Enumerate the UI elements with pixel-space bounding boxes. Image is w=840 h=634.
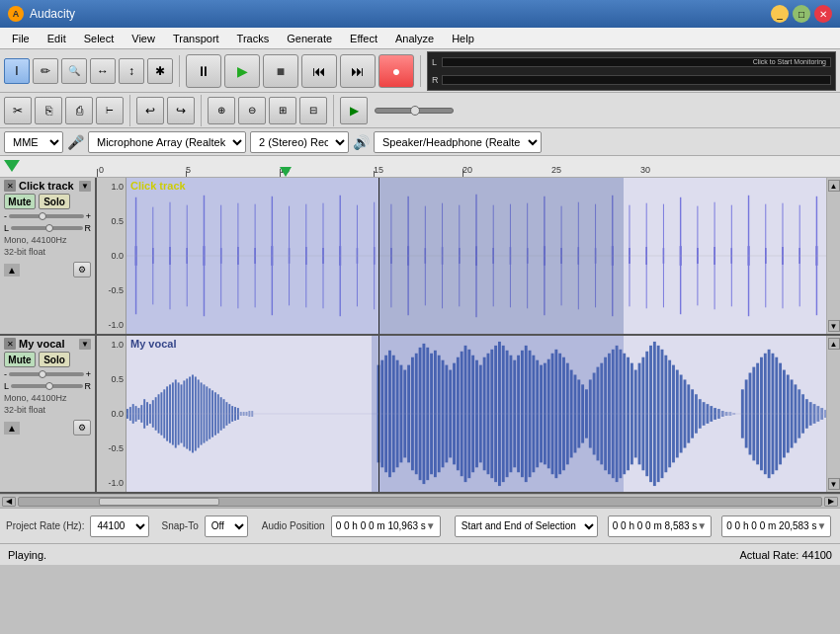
- click-track-waveform[interactable]: Click track: [126, 178, 826, 334]
- vocal-track-solo[interactable]: Solo: [39, 352, 70, 367]
- click-track-pan-knob[interactable]: [45, 224, 53, 232]
- mic-device-select[interactable]: Microphone Array (Realtek: [88, 131, 246, 153]
- selection-tool-button[interactable]: I: [4, 58, 30, 84]
- vocal-track-expand[interactable]: ▲: [4, 422, 20, 435]
- speed-slider[interactable]: [375, 108, 454, 114]
- vocal-track-settings[interactable]: ⚙: [73, 420, 91, 436]
- vu-right-bar: [442, 75, 831, 85]
- zoom-sel-button[interactable]: ⊞: [269, 97, 296, 124]
- scroll-right-button[interactable]: ▶: [824, 497, 838, 507]
- click-track-header: ✕ Click track ▼: [4, 180, 91, 192]
- menu-tracks[interactable]: Tracks: [229, 31, 278, 46]
- play-at-speed-button[interactable]: ▶: [340, 97, 368, 124]
- redo-button[interactable]: ↪: [167, 97, 195, 124]
- click-track-close[interactable]: ✕: [4, 180, 16, 192]
- vu-right-label: R: [432, 75, 440, 85]
- vocal-track-waveform-svg: [126, 336, 826, 492]
- click-track-solo[interactable]: Solo: [39, 194, 70, 209]
- vocal-track-header: ✕ My vocal ▼: [4, 338, 91, 350]
- copy-button[interactable]: ⎘: [35, 97, 62, 124]
- selection-end-value[interactable]: 0 0 h 0 0 m 20,583 s ▼: [721, 515, 831, 537]
- vocal-track-gain-knob[interactable]: [39, 370, 46, 378]
- vocal-track-pan-row: L R: [4, 381, 91, 391]
- snap-to-select[interactable]: Off: [205, 515, 248, 537]
- tick-5: [186, 171, 187, 177]
- cut-button[interactable]: ✂: [4, 97, 32, 124]
- menu-effect[interactable]: Effect: [342, 31, 385, 46]
- tick-20: [462, 169, 463, 177]
- zoom-tool-button[interactable]: 🔍: [61, 58, 87, 84]
- scale-bot: -1.0: [108, 320, 124, 330]
- menu-select[interactable]: Select: [76, 31, 123, 46]
- selection-start-value[interactable]: 0 0 h 0 0 m 8,583 s ▼: [608, 515, 713, 537]
- vocal-track-pan-knob[interactable]: [45, 382, 53, 390]
- skip-back-button[interactable]: ⏮: [301, 54, 337, 88]
- vu-left: L Click to Start Monitoring: [432, 54, 831, 70]
- title-controls: _ □ ✕: [771, 5, 832, 23]
- vscroll-up[interactable]: ▲: [828, 180, 840, 192]
- vscroll-down[interactable]: ▼: [828, 320, 840, 332]
- ruler-0: 0: [99, 165, 104, 175]
- record-button[interactable]: ●: [378, 54, 414, 88]
- maximize-button[interactable]: □: [793, 5, 810, 23]
- zoom-fit-button[interactable]: ⊟: [299, 97, 327, 124]
- speaker-device-select[interactable]: Speaker/Headphone (Realte: [374, 131, 542, 153]
- vocal-gain-minus: -: [4, 369, 7, 379]
- vocal-vscroll-up[interactable]: ▲: [828, 338, 840, 350]
- menu-help[interactable]: Help: [444, 31, 482, 46]
- project-rate-label: Project Rate (Hz):: [6, 520, 84, 531]
- menu-analyze[interactable]: Analyze: [387, 31, 442, 46]
- scroll-thumb[interactable]: [99, 498, 219, 506]
- menu-transport[interactable]: Transport: [165, 31, 227, 46]
- timeshift-tool-button[interactable]: ↕: [119, 58, 144, 84]
- menu-edit[interactable]: Edit: [40, 31, 74, 46]
- vocal-track-close[interactable]: ✕: [4, 338, 16, 350]
- play-button[interactable]: ▶: [224, 54, 260, 88]
- start-marker[interactable]: [4, 160, 20, 172]
- vocal-track-mute[interactable]: Mute: [4, 352, 36, 367]
- horizontal-scrollbar: ◀ ▶: [0, 494, 840, 508]
- menu-generate[interactable]: Generate: [279, 31, 340, 46]
- vocal-track-waveform[interactable]: My vocal: [126, 336, 826, 492]
- zoom-out-button[interactable]: ⊖: [238, 97, 266, 124]
- scroll-track[interactable]: [18, 497, 822, 507]
- paste-button[interactable]: ⎙: [65, 97, 93, 124]
- click-track-expand[interactable]: ▲: [4, 264, 20, 277]
- click-track-settings[interactable]: ⚙: [73, 262, 91, 277]
- scale-half: 0.5: [111, 216, 124, 226]
- project-rate-select[interactable]: 44100: [90, 515, 149, 537]
- click-track-pan-slider[interactable]: [11, 226, 82, 230]
- zoom-in-button[interactable]: ⊕: [208, 97, 235, 124]
- click-track-gain-knob[interactable]: [39, 212, 46, 220]
- audio-position-label: Audio Position: [262, 520, 325, 531]
- envelope-tool-button[interactable]: ↔: [90, 58, 116, 84]
- minimize-button[interactable]: _: [771, 5, 789, 23]
- undo-button[interactable]: ↩: [136, 97, 164, 124]
- multitool-button[interactable]: ✱: [147, 58, 173, 84]
- click-track-vscrollbar: ▲ ▼: [826, 178, 840, 334]
- scroll-left-button[interactable]: ◀: [2, 497, 16, 507]
- speed-slider-thumb[interactable]: [410, 106, 420, 116]
- audio-position-value[interactable]: 0 0 h 0 0 m 10,963 s ▼: [331, 515, 441, 537]
- vu-click-label[interactable]: Click to Start Monitoring: [753, 58, 826, 65]
- click-track-gain-slider[interactable]: [9, 214, 84, 218]
- pause-button[interactable]: ⏸: [186, 54, 221, 88]
- menu-view[interactable]: View: [124, 31, 163, 46]
- draw-tool-button[interactable]: ✏: [33, 58, 58, 84]
- menu-file[interactable]: File: [4, 31, 38, 46]
- click-track-menu[interactable]: ▼: [79, 181, 91, 192]
- vocal-vscroll-down[interactable]: ▼: [828, 478, 840, 490]
- selection-type-select[interactable]: Start and End of Selection: [455, 515, 598, 537]
- skip-forward-button[interactable]: ⏭: [340, 54, 376, 88]
- timeline-ruler[interactable]: 0 5 10 15 20 25 30: [0, 156, 840, 178]
- click-track-mute[interactable]: Mute: [4, 194, 36, 209]
- vu-left-bar: Click to Start Monitoring: [442, 57, 831, 67]
- vocal-track-pan-slider[interactable]: [11, 384, 82, 388]
- vocal-track-gain-slider[interactable]: [9, 372, 84, 376]
- host-select[interactable]: MME: [4, 131, 63, 153]
- close-button[interactable]: ✕: [814, 5, 832, 23]
- stop-button[interactable]: ■: [263, 54, 298, 88]
- trim-button[interactable]: ⊢: [96, 97, 124, 124]
- vocal-track-menu[interactable]: ▼: [79, 339, 91, 350]
- mic-channels-select[interactable]: 2 (Stereo) Recor: [250, 131, 349, 153]
